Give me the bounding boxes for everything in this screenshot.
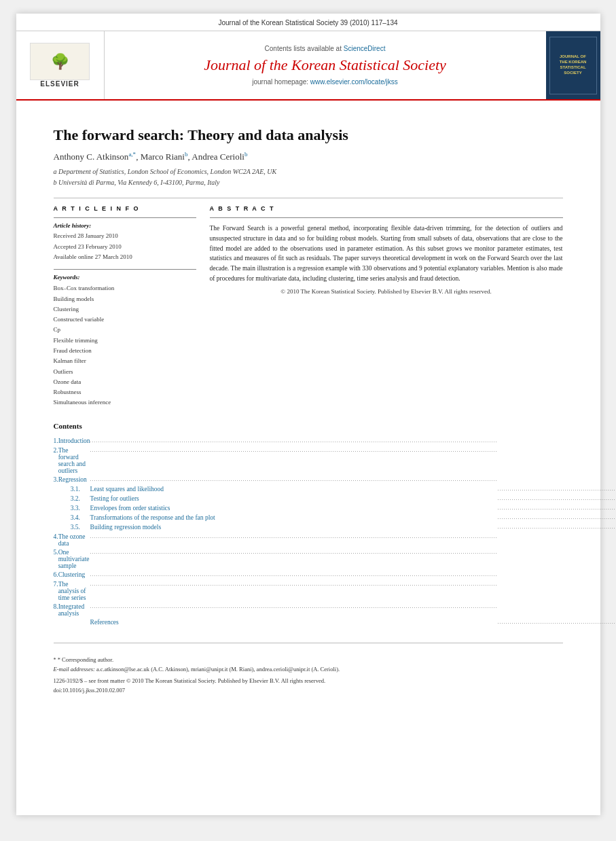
bottom-divider (54, 643, 563, 643)
keyword-item: Building models (54, 294, 196, 304)
toc-row: 7.The analysis of time series...........… (54, 580, 617, 603)
toc-sub-num: 3.1. (58, 485, 90, 495)
keyword-item: Fraud detection (54, 346, 196, 356)
toc-sub-num: 3.5. (58, 523, 90, 533)
keyword-item: Outliers (54, 367, 196, 377)
content-area: The forward search: Theory and data anal… (16, 101, 600, 634)
toc-num (54, 514, 58, 523)
keyword-item: Robustness (54, 387, 196, 397)
toc-num (54, 504, 58, 514)
homepage-link[interactable]: www.elsevier.com/locate/jkss (310, 78, 398, 86)
toc-ref-num (58, 618, 90, 628)
keyword-item: Constructed variable (54, 315, 196, 325)
toc-row: 2.The forward search and outliers.......… (54, 446, 617, 476)
sciencedirect-line: Contents lists available at ScienceDirec… (118, 45, 532, 52)
toc-dots: ........................................… (498, 514, 616, 523)
email-label: E-mail addresses: (54, 666, 95, 673)
journal-logo-box: JOURNAL OFTHE KOREANSTATISTICALSOCIETY (546, 31, 600, 99)
toc-row: 1.Introduction..........................… (54, 437, 617, 446)
toc-sub-num: 3.2. (58, 495, 90, 504)
author-riani: , Marco Riani (136, 151, 185, 162)
sciencedirect-label: Contents lists available at (265, 45, 342, 52)
toc-row: 3.4.Transformations of the response and … (54, 514, 617, 523)
elsevier-brand-text: ELSEVIER (40, 80, 79, 88)
article-history-title: Article history: (54, 222, 196, 229)
article-title: The forward search: Theory and data anal… (54, 126, 563, 144)
page: Journal of the Korean Statistical Societ… (16, 14, 600, 815)
toc-row: 3.3.Envelopes from order statistics.....… (54, 504, 617, 514)
toc-row: References..............................… (54, 618, 617, 628)
toc-dots: ........................................… (90, 476, 498, 485)
toc-dots: ........................................… (90, 533, 498, 548)
toc-title: Testing for outliers (90, 495, 498, 504)
toc-page-num: 119 (498, 446, 616, 476)
toc-title: Envelopes from order statistics (90, 504, 498, 514)
author-cerioli: , Andrea Cerioli (187, 151, 244, 162)
copyright-line: © 2010 The Korean Statistical Society. P… (210, 288, 563, 295)
email-values: a.c.atkinson@lse.ac.uk (A.C. Atkinson), … (96, 666, 340, 673)
available-date: Available online 27 March 2010 (54, 252, 196, 262)
corresponding-author-label: * Corresponding author. (58, 656, 113, 663)
article-history-group: Article history: Received 28 January 201… (54, 217, 196, 262)
toc-sub-num: 3.4. (58, 514, 90, 523)
affil-b: b Università di Parma, Via Kennedy 6, I-… (54, 177, 563, 188)
keywords-list: Box–Cox transformationBuilding modelsClu… (54, 283, 196, 408)
toc-row: 3.5.Building regression models..........… (54, 523, 617, 533)
toc-title: Building regression models (90, 523, 498, 533)
toc-dots: ........................................… (90, 548, 498, 571)
article-info-label: A R T I C L E I N F O (54, 205, 196, 212)
author-cerioli-sup: b (244, 151, 248, 158)
article-dates: Received 28 January 2010 Accepted 23 Feb… (54, 231, 196, 262)
toc-table: 1.Introduction..........................… (54, 437, 617, 628)
toc-title: Least squares and likelihood (90, 485, 498, 495)
journal-name-text: Journal of the Korean Statistical Societ… (118, 56, 532, 74)
author-atkinson-sup: a,* (128, 151, 136, 158)
toc-num (54, 523, 58, 533)
toc-num: 4. (54, 533, 58, 548)
toc-title: References (90, 618, 498, 628)
footnote-area: * * Corresponding author. E-mail address… (16, 651, 600, 702)
received-date: Received 28 January 2010 (54, 231, 196, 241)
toc-title: Regression (58, 476, 90, 485)
toc-dots: ........................................… (498, 485, 616, 495)
toc-row: 8.Integrated analysis...................… (54, 603, 617, 618)
toc-page-num: 119 (498, 476, 616, 485)
toc-title: The forward search and outliers (58, 446, 90, 476)
toc-num (54, 618, 58, 628)
toc-num: 8. (54, 603, 58, 618)
toc-dots: ........................................… (498, 618, 616, 628)
toc-row: 3.1.Least squares and likelihood........… (54, 485, 617, 495)
toc-page-num: 132 (498, 603, 616, 618)
toc-row: 3.2.Testing for outliers................… (54, 495, 617, 504)
toc-page-num: 118 (498, 437, 616, 446)
jkss-logo-text: JOURNAL OFTHE KOREANSTATISTICALSOCIETY (560, 54, 587, 75)
sciencedirect-link[interactable]: ScienceDirect (344, 45, 386, 52)
abstract-text: The Forward Search is a powerful general… (210, 223, 563, 283)
toc-title: The analysis of time series (58, 580, 90, 603)
toc-num: 2. (54, 446, 58, 476)
toc-num: 6. (54, 571, 58, 580)
toc-dots: ........................................… (90, 571, 498, 580)
toc-page-num: 131 (498, 571, 616, 580)
toc-page-num: 131 (498, 580, 616, 603)
contents-section: Contents 1.Introduction.................… (54, 422, 563, 628)
keyword-item: Cp (54, 325, 196, 335)
divider-1 (54, 198, 563, 198)
toc-num: 3. (54, 476, 58, 485)
toc-num: 7. (54, 580, 58, 603)
keyword-item: Simultaneous inference (54, 397, 196, 408)
affil-a: a Department of Statistics, London Schoo… (54, 166, 563, 177)
journal-reference-text: Journal of the Korean Statistical Societ… (218, 19, 397, 26)
toc-num: 1. (54, 437, 58, 446)
doi-text: doi:10.1016/j.jkss.2010.02.007 (54, 686, 563, 696)
toc-dots: ........................................… (90, 603, 498, 618)
homepage-label: journal homepage: (252, 78, 308, 86)
issn-text: 1226-3192/$ – see front matter © 2010 Th… (54, 677, 563, 686)
toc-row: 4.The ozone data........................… (54, 533, 617, 548)
toc-row: 5.One multivariate sample...............… (54, 548, 617, 571)
toc-dots: ........................................… (90, 437, 498, 446)
keywords-group: Keywords: Box–Cox transformationBuilding… (54, 269, 196, 408)
toc-dots: ........................................… (90, 580, 498, 603)
toc-row: 6.Clustering............................… (54, 571, 617, 580)
toc-page-num: 130 (498, 548, 616, 571)
